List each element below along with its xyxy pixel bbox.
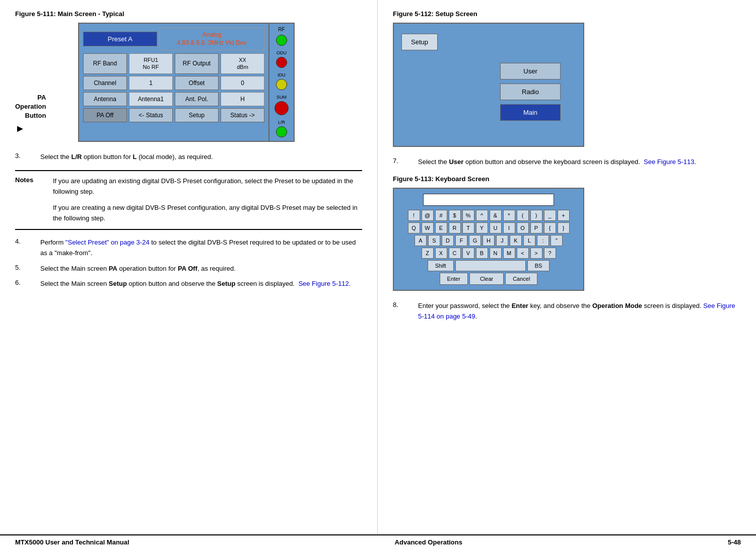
rf-label: RF <box>278 27 285 32</box>
key-lt[interactable]: < <box>517 248 529 259</box>
rf-band-label[interactable]: RF Band <box>83 53 127 74</box>
key-lbrace[interactable]: { <box>544 222 556 233</box>
lr-label: L/R <box>278 120 285 125</box>
clear-key[interactable]: Clear <box>469 273 504 285</box>
notes-label: Notes <box>15 176 45 224</box>
analog-label: Analog 4.83 & 5.8, 3MHz Vid Dev <box>159 28 264 50</box>
setup-screen-setup-btn[interactable]: Setup <box>401 34 438 50</box>
key-c[interactable]: C <box>449 248 461 259</box>
key-ampersand[interactable]: & <box>490 210 502 221</box>
figure-113-title: Figure 5-113: Keyboard Screen <box>393 175 741 183</box>
key-dollar[interactable]: $ <box>449 210 461 221</box>
key-y[interactable]: Y <box>476 222 488 233</box>
key-rbrace[interactable]: } <box>558 222 570 233</box>
keyboard-input[interactable] <box>423 194 554 206</box>
key-g[interactable]: G <box>469 235 481 246</box>
key-percent[interactable]: % <box>462 210 474 221</box>
key-m[interactable]: M <box>503 248 515 259</box>
key-star[interactable]: * <box>503 210 515 221</box>
figure-112-title: Figure 5-112: Setup Screen <box>393 10 741 18</box>
step-3-num: 3. <box>15 152 30 163</box>
key-o[interactable]: O <box>517 222 529 233</box>
status-right-button[interactable]: Status -> <box>221 108 264 122</box>
key-z[interactable]: Z <box>422 248 434 259</box>
key-exclaim[interactable]: ! <box>408 210 420 221</box>
idu-label: IDU <box>278 72 286 77</box>
key-a[interactable]: A <box>415 235 427 246</box>
key-hash[interactable]: # <box>435 210 447 221</box>
step-6-num: 6. <box>15 279 30 289</box>
key-i[interactable]: I <box>503 222 515 233</box>
key-lparen[interactable]: ( <box>517 210 529 221</box>
key-w[interactable]: W <box>422 222 434 233</box>
setup-user-btn[interactable]: User <box>500 63 561 80</box>
key-j[interactable]: J <box>496 235 508 246</box>
step-4-text: Perform "Select Preset" on page 3-24 to … <box>40 238 362 259</box>
enter-key[interactable]: Enter <box>440 273 468 285</box>
key-caret[interactable]: ^ <box>476 210 488 221</box>
key-e[interactable]: E <box>435 222 447 233</box>
key-plus[interactable]: + <box>558 210 570 221</box>
status-left-button[interactable]: <- Status <box>129 108 173 122</box>
channel-label[interactable]: Channel <box>83 76 127 90</box>
offset-value: 0 <box>221 76 264 90</box>
ant-pol-label[interactable]: Ant. Pol. <box>175 92 219 106</box>
channel-value: 1 <box>129 76 173 90</box>
key-h[interactable]: H <box>483 235 495 246</box>
bs-key[interactable]: BS <box>527 260 550 271</box>
sum-label: SUM <box>277 95 287 100</box>
step-4-num: 4. <box>15 238 30 259</box>
step-7-num: 7. <box>393 157 408 168</box>
key-l[interactable]: L <box>523 235 535 246</box>
shift-key[interactable]: Shift <box>428 260 454 271</box>
antenna-value: Antenna1 <box>129 92 173 106</box>
key-t[interactable]: T <box>462 222 474 233</box>
key-s[interactable]: S <box>428 235 440 246</box>
key-x[interactable]: X <box>435 248 447 259</box>
key-u[interactable]: U <box>490 222 502 233</box>
key-n[interactable]: N <box>490 248 502 259</box>
key-r[interactable]: R <box>449 222 461 233</box>
cancel-key[interactable]: Cancel <box>505 273 537 285</box>
preset-button[interactable]: Preset A <box>83 32 157 46</box>
antenna-label[interactable]: Antenna <box>83 92 127 106</box>
pa-label: PA Operation Button <box>15 93 46 121</box>
key-gt[interactable]: > <box>530 248 542 259</box>
step-8-text: Enter your password, select the Enter ke… <box>418 301 741 322</box>
footer-center: Advanced Operations <box>395 538 462 546</box>
page-footer: MTX5000 User and Technical Manual Advanc… <box>0 534 756 549</box>
rfu1-value: RFU1No RF <box>129 53 173 74</box>
key-q[interactable]: Q <box>408 222 420 233</box>
key-p[interactable]: P <box>530 222 542 233</box>
rf-led <box>276 35 287 46</box>
key-f[interactable]: F <box>455 235 467 246</box>
notes-content: If you are updating an existing digital … <box>53 176 362 224</box>
rf-output-label[interactable]: RF Output <box>175 53 219 74</box>
ant-pol-value: H <box>221 92 264 106</box>
key-at[interactable]: @ <box>422 210 434 221</box>
space-key[interactable] <box>455 260 526 271</box>
key-v[interactable]: V <box>462 248 474 259</box>
key-d[interactable]: D <box>442 235 454 246</box>
figure-111-title: Figure 5-111: Main Screen - Typical <box>15 10 362 18</box>
key-b[interactable]: B <box>476 248 488 259</box>
pa-off-button[interactable]: PA Off <box>83 108 127 122</box>
key-k[interactable]: K <box>510 235 522 246</box>
step-8-num: 8. <box>393 301 408 322</box>
key-rparen[interactable]: ) <box>530 210 542 221</box>
key-quote[interactable]: " <box>551 235 563 246</box>
odu-label: ODU <box>277 50 287 55</box>
key-colon[interactable]: : <box>537 235 549 246</box>
setup-radio-btn[interactable]: Radio <box>500 84 561 100</box>
key-question[interactable]: ? <box>544 248 556 259</box>
sum-led <box>274 101 289 115</box>
idu-led <box>276 79 287 90</box>
step-5-text: Select the Main screen PA operation butt… <box>40 264 362 274</box>
key-underscore[interactable]: _ <box>544 210 556 221</box>
offset-label[interactable]: Offset <box>175 76 219 90</box>
step-5-num: 5. <box>15 264 30 274</box>
setup-main-btn[interactable]: Main <box>500 104 561 121</box>
setup-button[interactable]: Setup <box>175 108 219 122</box>
footer-page: 5-48 <box>728 538 741 546</box>
lr-led <box>276 126 287 137</box>
